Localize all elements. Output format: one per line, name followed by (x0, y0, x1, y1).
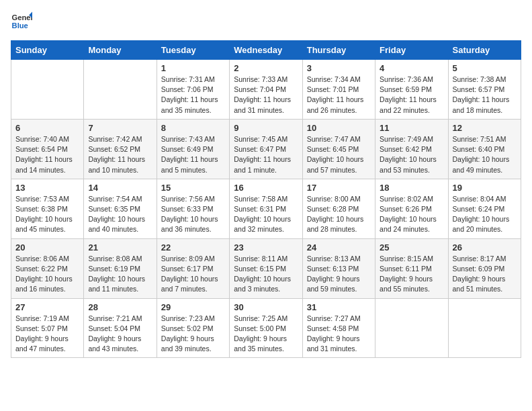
day-info: Sunrise: 8:15 AM Sunset: 6:11 PM Dayligh… (380, 254, 443, 295)
day-number: 17 (307, 183, 371, 193)
day-info: Sunrise: 7:54 AM Sunset: 6:35 PM Dayligh… (88, 194, 152, 235)
day-number: 4 (380, 63, 443, 73)
day-info: Sunrise: 7:31 AM Sunset: 7:06 PM Dayligh… (161, 75, 225, 116)
calendar-cell: 2Sunrise: 7:33 AM Sunset: 7:04 PM Daylig… (230, 60, 302, 120)
day-number: 20 (15, 242, 79, 253)
day-info: Sunrise: 7:34 AM Sunset: 7:01 PM Dayligh… (307, 75, 371, 116)
calendar-cell: 7Sunrise: 7:42 AM Sunset: 6:52 PM Daylig… (84, 119, 157, 179)
calendar-cell: 28Sunrise: 7:21 AM Sunset: 5:04 PM Dayli… (84, 298, 157, 358)
calendar-cell: 4Sunrise: 7:36 AM Sunset: 6:59 PM Daylig… (375, 60, 448, 120)
day-number: 10 (307, 123, 371, 133)
weekday-header: Tuesday (157, 41, 229, 60)
day-number: 15 (161, 183, 225, 193)
day-info: Sunrise: 8:00 AM Sunset: 6:28 PM Dayligh… (307, 194, 371, 235)
day-info: Sunrise: 7:19 AM Sunset: 5:07 PM Dayligh… (15, 314, 79, 355)
day-number: 9 (234, 123, 298, 133)
day-info: Sunrise: 7:51 AM Sunset: 6:40 PM Dayligh… (453, 134, 517, 175)
day-info: Sunrise: 7:25 AM Sunset: 5:00 PM Dayligh… (234, 314, 298, 355)
day-number: 8 (161, 123, 225, 133)
day-number: 3 (307, 63, 371, 73)
day-number: 12 (453, 123, 517, 133)
calendar-cell: 16Sunrise: 7:58 AM Sunset: 6:31 PM Dayli… (230, 179, 302, 238)
calendar-cell: 25Sunrise: 8:15 AM Sunset: 6:11 PM Dayli… (375, 238, 448, 298)
day-info: Sunrise: 7:40 AM Sunset: 6:54 PM Dayligh… (15, 134, 79, 175)
day-number: 28 (88, 302, 152, 312)
day-info: Sunrise: 8:02 AM Sunset: 6:26 PM Dayligh… (380, 194, 443, 235)
day-info: Sunrise: 7:33 AM Sunset: 7:04 PM Dayligh… (234, 75, 298, 116)
day-number: 7 (88, 123, 152, 133)
day-number: 31 (307, 302, 371, 312)
calendar-cell (11, 60, 84, 120)
weekday-header: Thursday (302, 41, 375, 60)
calendar-cell (448, 298, 521, 358)
calendar-cell: 31Sunrise: 7:27 AM Sunset: 4:58 PM Dayli… (302, 298, 375, 358)
day-number: 23 (234, 242, 298, 253)
day-number: 13 (15, 183, 79, 193)
day-info: Sunrise: 8:13 AM Sunset: 6:13 PM Dayligh… (307, 254, 371, 295)
day-number: 5 (453, 63, 517, 73)
day-info: Sunrise: 7:49 AM Sunset: 6:42 PM Dayligh… (380, 134, 443, 175)
day-number: 11 (380, 123, 443, 133)
day-info: Sunrise: 8:11 AM Sunset: 6:15 PM Dayligh… (234, 254, 298, 295)
day-info: Sunrise: 8:04 AM Sunset: 6:24 PM Dayligh… (453, 194, 517, 235)
day-info: Sunrise: 8:08 AM Sunset: 6:19 PM Dayligh… (88, 254, 152, 295)
calendar-week-row: 1Sunrise: 7:31 AM Sunset: 7:06 PM Daylig… (11, 60, 521, 120)
day-number: 1 (161, 63, 225, 73)
calendar-cell: 14Sunrise: 7:54 AM Sunset: 6:35 PM Dayli… (84, 179, 157, 238)
calendar-cell: 17Sunrise: 8:00 AM Sunset: 6:28 PM Dayli… (302, 179, 375, 238)
calendar-cell: 1Sunrise: 7:31 AM Sunset: 7:06 PM Daylig… (157, 60, 229, 120)
day-number: 24 (307, 242, 371, 253)
calendar-cell: 21Sunrise: 8:08 AM Sunset: 6:19 PM Dayli… (84, 238, 157, 298)
day-number: 6 (15, 123, 79, 133)
weekday-header: Saturday (448, 41, 521, 60)
calendar-cell: 27Sunrise: 7:19 AM Sunset: 5:07 PM Dayli… (11, 298, 84, 358)
weekday-header: Monday (84, 41, 157, 60)
weekday-header: Friday (375, 41, 448, 60)
day-number: 2 (234, 63, 298, 73)
day-info: Sunrise: 7:27 AM Sunset: 4:58 PM Dayligh… (307, 314, 371, 355)
calendar-cell: 26Sunrise: 8:17 AM Sunset: 6:09 PM Dayli… (448, 238, 521, 298)
calendar-cell: 3Sunrise: 7:34 AM Sunset: 7:01 PM Daylig… (302, 60, 375, 120)
calendar-week-row: 13Sunrise: 7:53 AM Sunset: 6:38 PM Dayli… (11, 179, 521, 238)
day-number: 26 (453, 242, 517, 253)
weekday-header-row: SundayMondayTuesdayWednesdayThursdayFrid… (11, 41, 521, 60)
day-info: Sunrise: 7:53 AM Sunset: 6:38 PM Dayligh… (15, 194, 79, 235)
calendar-week-row: 6Sunrise: 7:40 AM Sunset: 6:54 PM Daylig… (11, 119, 521, 179)
day-number: 29 (161, 302, 225, 312)
svg-text:Blue: Blue (12, 21, 28, 30)
calendar-cell: 13Sunrise: 7:53 AM Sunset: 6:38 PM Dayli… (11, 179, 84, 238)
day-info: Sunrise: 7:43 AM Sunset: 6:49 PM Dayligh… (161, 134, 225, 175)
day-info: Sunrise: 7:47 AM Sunset: 6:45 PM Dayligh… (307, 134, 371, 175)
calendar-cell: 5Sunrise: 7:38 AM Sunset: 6:57 PM Daylig… (448, 60, 521, 120)
day-info: Sunrise: 7:23 AM Sunset: 5:02 PM Dayligh… (161, 314, 225, 355)
calendar-cell: 22Sunrise: 8:09 AM Sunset: 6:17 PM Dayli… (157, 238, 229, 298)
day-number: 30 (234, 302, 298, 312)
day-info: Sunrise: 7:42 AM Sunset: 6:52 PM Dayligh… (88, 134, 152, 175)
calendar-cell: 20Sunrise: 8:06 AM Sunset: 6:22 PM Dayli… (11, 238, 84, 298)
calendar-week-row: 27Sunrise: 7:19 AM Sunset: 5:07 PM Dayli… (11, 298, 521, 358)
day-number: 27 (15, 302, 79, 312)
day-info: Sunrise: 7:58 AM Sunset: 6:31 PM Dayligh… (234, 194, 298, 235)
weekday-header: Wednesday (230, 41, 302, 60)
calendar-cell: 15Sunrise: 7:56 AM Sunset: 6:33 PM Dayli… (157, 179, 229, 238)
calendar-cell: 29Sunrise: 7:23 AM Sunset: 5:02 PM Dayli… (157, 298, 229, 358)
day-number: 16 (234, 183, 298, 193)
day-number: 21 (88, 242, 152, 253)
day-info: Sunrise: 7:45 AM Sunset: 6:47 PM Dayligh… (234, 134, 298, 175)
calendar-cell (375, 298, 448, 358)
calendar-week-row: 20Sunrise: 8:06 AM Sunset: 6:22 PM Dayli… (11, 238, 521, 298)
day-number: 14 (88, 183, 152, 193)
calendar-cell: 6Sunrise: 7:40 AM Sunset: 6:54 PM Daylig… (11, 119, 84, 179)
calendar-cell: 10Sunrise: 7:47 AM Sunset: 6:45 PM Dayli… (302, 119, 375, 179)
calendar-cell: 12Sunrise: 7:51 AM Sunset: 6:40 PM Dayli… (448, 119, 521, 179)
logo: General Blue (11, 11, 32, 32)
calendar-cell: 24Sunrise: 8:13 AM Sunset: 6:13 PM Dayli… (302, 238, 375, 298)
calendar-cell: 30Sunrise: 7:25 AM Sunset: 5:00 PM Dayli… (230, 298, 302, 358)
calendar-cell: 11Sunrise: 7:49 AM Sunset: 6:42 PM Dayli… (375, 119, 448, 179)
page-header: General Blue (11, 11, 521, 32)
logo-icon: General Blue (11, 11, 32, 32)
day-info: Sunrise: 7:21 AM Sunset: 5:04 PM Dayligh… (88, 314, 152, 355)
calendar-cell: 19Sunrise: 8:04 AM Sunset: 6:24 PM Dayli… (448, 179, 521, 238)
calendar-cell: 8Sunrise: 7:43 AM Sunset: 6:49 PM Daylig… (157, 119, 229, 179)
day-number: 18 (380, 183, 443, 193)
